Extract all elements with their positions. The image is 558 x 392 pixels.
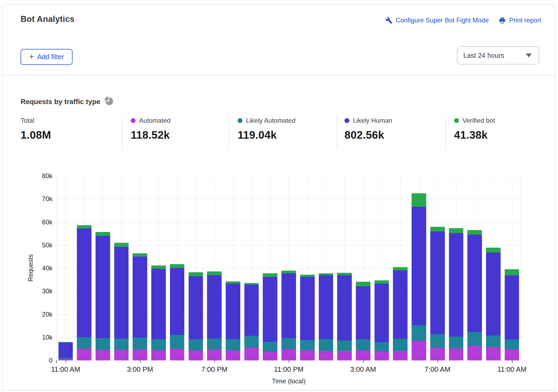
segment-likely-human (337, 275, 352, 340)
segment-likely-human (356, 286, 370, 339)
segment-automated (412, 341, 426, 360)
legend-dot (344, 118, 349, 123)
chart-slot (112, 176, 131, 360)
stat-label: Total (21, 117, 34, 124)
legend-dot (238, 118, 242, 123)
stacked-bar-6-00-am[interactable] (412, 193, 426, 360)
segment-verified-bot (375, 280, 389, 284)
segment-likely-human (133, 257, 147, 338)
stat-automated: Automated118.52k (131, 117, 170, 141)
segment-verified-bot (505, 269, 519, 275)
x-axis-tick (65, 360, 66, 363)
stacked-bar-6-00-pm[interactable] (189, 272, 203, 360)
segment-likely-automated (412, 325, 426, 341)
stacked-bar-2-00-am[interactable] (337, 273, 352, 360)
segment-verified-bot (77, 225, 91, 228)
segment-automated (356, 350, 370, 360)
chart-slot (168, 176, 186, 360)
segment-likely-human (189, 276, 203, 339)
segment-verified-bot (486, 248, 501, 253)
chart-slot (465, 176, 484, 360)
chart-slot (298, 176, 317, 360)
chevron-down-icon (526, 54, 532, 57)
stacked-bar-5-00-am[interactable] (393, 267, 408, 360)
segment-likely-automated (189, 339, 203, 351)
print-report-link[interactable]: Print report (498, 16, 541, 24)
segment-automated (189, 350, 203, 360)
x-axis-tick (214, 360, 215, 363)
segment-likely-automated (170, 335, 185, 349)
chart-slot (484, 176, 503, 360)
segment-automated (96, 350, 110, 360)
stacked-bar-1-00-am[interactable] (319, 273, 333, 360)
page-title: Bot Analytics (21, 14, 75, 24)
segment-likely-human (281, 273, 296, 338)
header-divider (2, 75, 555, 75)
stacked-bar-11-00-am[interactable] (58, 342, 73, 360)
stacked-bar-4-00-pm[interactable] (151, 265, 166, 360)
stacked-bar-3-00-pm[interactable] (133, 253, 147, 360)
stat-total: Total1.08M (21, 117, 51, 141)
segment-likely-automated (356, 339, 370, 351)
stacked-bar-8-00-pm[interactable] (226, 281, 240, 360)
stat-divider (122, 116, 122, 149)
stacked-bar-2-00-pm[interactable] (114, 243, 129, 360)
y-axis-tick-label: 0 (19, 357, 52, 364)
stacked-bar-8-00-am[interactable] (449, 228, 464, 360)
segment-likely-human (467, 235, 482, 332)
configure-super-bot-fight-mode-link[interactable]: Configure Super Bot Fight Mode (385, 16, 489, 24)
stacked-bar-11-00-am[interactable] (505, 269, 519, 360)
x-axis-tick (289, 360, 289, 363)
segment-likely-automated (319, 339, 333, 351)
stacked-bar-10-00-pm[interactable] (263, 273, 277, 360)
segment-automated (151, 350, 166, 360)
requests-chart: 11:00 AM3:00 PM7:00 PM11:00 PM3:00 AM7:0… (56, 176, 521, 360)
segment-verified-bot (263, 273, 277, 277)
stacked-bar-9-00-pm[interactable] (244, 283, 259, 360)
chart-slot (503, 176, 521, 360)
segment-verified-bot (96, 232, 110, 236)
stacked-bar-9-00-am[interactable] (467, 230, 482, 360)
x-axis-tick-label: 7:00 PM (190, 365, 239, 374)
stacked-bar-5-00-pm[interactable] (170, 264, 185, 360)
y-axis-title: Requests (27, 254, 34, 281)
x-axis-tick-label: 3:00 PM (116, 365, 164, 374)
segment-likely-human (375, 284, 389, 342)
stacked-bar-1-00-pm[interactable] (96, 232, 110, 360)
segment-automated (133, 350, 147, 360)
y-axis-tick-label: 70k (19, 195, 52, 203)
stacked-bar-3-00-am[interactable] (356, 282, 370, 360)
add-filter-label: Add filter (37, 53, 64, 61)
stacked-bar-7-00-pm[interactable] (207, 271, 222, 360)
time-range-dropdown[interactable]: Last 24 hours (457, 46, 539, 64)
printer-icon (498, 16, 506, 24)
x-axis-tick (438, 360, 438, 363)
segment-verified-bot (430, 227, 445, 231)
segment-likely-human (300, 277, 315, 340)
segment-likely-automated (207, 338, 222, 350)
stacked-bar-12-00-am[interactable] (300, 275, 315, 360)
stat-divider (228, 116, 229, 149)
x-axis-tick-label: 11:00 PM (264, 365, 313, 374)
segment-automated (393, 351, 408, 360)
stat-divider (445, 116, 446, 149)
stacked-bar-7-00-am[interactable] (430, 227, 445, 360)
stacked-bar-12-00-pm[interactable] (77, 225, 91, 360)
y-axis-tick-label: 20k (19, 311, 52, 318)
segment-verified-bot (281, 271, 296, 273)
legend-dot (454, 118, 459, 123)
segment-automated (486, 347, 501, 360)
segment-likely-automated (337, 340, 352, 351)
add-filter-button[interactable]: + Add filter (21, 49, 73, 65)
segment-verified-bot (356, 282, 370, 286)
segment-automated (505, 349, 519, 360)
segment-likely-automated (449, 337, 464, 348)
stacked-bar-11-00-pm[interactable] (281, 271, 296, 360)
stat-label: Likely Automated (246, 117, 296, 124)
stacked-bar-4-00-am[interactable] (375, 280, 389, 360)
x-axis-origin-tick (56, 360, 57, 363)
bottom-divider (2, 390, 555, 390)
stacked-bar-10-00-am[interactable] (486, 248, 501, 360)
segment-automated (263, 352, 277, 360)
x-axis-tick-label: 11:00 AM (41, 365, 90, 374)
